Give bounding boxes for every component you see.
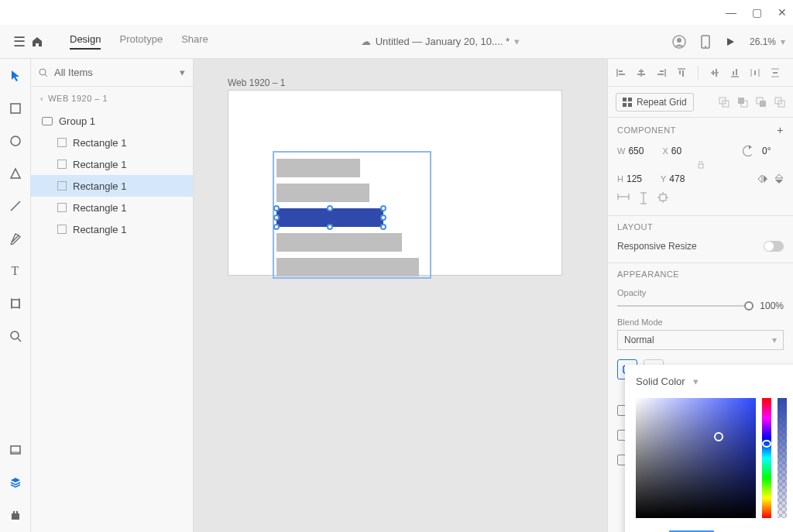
fix-position-icon[interactable] <box>657 192 668 204</box>
exclude-boolean-icon[interactable] <box>774 97 785 108</box>
layer-item[interactable]: Rectangle 1 <box>31 132 193 153</box>
home-button[interactable] <box>31 36 54 47</box>
resize-handle[interactable] <box>380 215 386 221</box>
svg-rect-44 <box>628 98 632 101</box>
flip-horizontal-icon[interactable] <box>757 174 768 184</box>
line-tool[interactable] <box>6 197 25 215</box>
align-left-icon[interactable] <box>616 67 627 78</box>
flip-vertical-icon[interactable] <box>774 173 784 184</box>
hue-slider[interactable] <box>762 398 771 518</box>
rectangle-tool[interactable] <box>6 99 25 118</box>
lock-aspect-button[interactable] <box>608 160 793 170</box>
canvas-rectangle[interactable] <box>276 258 419 276</box>
subtract-boolean-icon[interactable] <box>737 97 748 108</box>
blend-mode-select[interactable]: Normal ▾ <box>617 330 784 350</box>
tab-prototype[interactable]: Prototype <box>119 33 163 50</box>
layer-item[interactable]: Rectangle 1 <box>31 153 193 175</box>
layer-group[interactable]: Group 1 <box>31 110 193 132</box>
chevron-down-icon: ▾ <box>772 335 777 345</box>
resize-handle[interactable] <box>327 224 333 230</box>
resize-handle[interactable] <box>380 224 386 230</box>
alpha-slider[interactable] <box>778 398 787 518</box>
tab-share[interactable]: Share <box>181 33 208 50</box>
window-minimize-button[interactable]: — <box>726 6 736 19</box>
resize-handle[interactable] <box>380 205 386 211</box>
rectangle-icon <box>57 203 67 212</box>
canvas-rectangle[interactable] <box>276 159 360 177</box>
align-center-h-icon[interactable] <box>636 67 647 78</box>
play-preview-button[interactable] <box>725 36 736 47</box>
device-preview-icon[interactable] <box>700 35 711 49</box>
resize-handle[interactable] <box>273 224 280 230</box>
layer-label: Rectangle 1 <box>73 224 126 235</box>
document-title[interactable]: ☁ Untitled — January 20, 10.... * ▾ <box>208 36 672 47</box>
window-close-button[interactable]: ✕ <box>778 6 787 19</box>
svg-rect-27 <box>657 74 664 75</box>
add-component-button[interactable]: + <box>777 124 784 136</box>
polygon-tool[interactable] <box>6 164 25 183</box>
ellipse-tool[interactable] <box>6 132 25 150</box>
layout-section-header: LAYOUT <box>608 216 793 238</box>
opacity-value[interactable]: 100% <box>760 300 784 311</box>
zoom-tool[interactable] <box>6 327 25 345</box>
artboard[interactable] <box>228 90 562 276</box>
svg-rect-21 <box>619 74 625 75</box>
zoom-control[interactable]: 26.1% ▾ <box>750 36 785 47</box>
artboard-tool[interactable] <box>6 294 25 313</box>
user-avatar-icon[interactable] <box>672 35 686 49</box>
svg-point-10 <box>11 331 19 339</box>
layer-item[interactable]: Rectangle 1 <box>31 197 193 218</box>
distribute-v-icon[interactable] <box>770 67 781 78</box>
rectangle-icon <box>57 225 67 234</box>
repeat-grid-button[interactable]: Repeat Grid <box>616 93 694 112</box>
plugins-panel-button[interactable] <box>6 506 25 524</box>
distribute-h-icon[interactable] <box>750 67 760 78</box>
color-field-cursor[interactable] <box>714 432 723 441</box>
height-field[interactable]: H125 <box>617 173 648 184</box>
color-field[interactable] <box>636 398 756 518</box>
hue-slider-handle[interactable] <box>762 440 771 448</box>
intersect-boolean-icon[interactable] <box>756 97 767 108</box>
fix-height-icon[interactable] <box>639 192 648 204</box>
opacity-slider[interactable] <box>617 305 754 307</box>
layer-item[interactable]: Rectangle 1 <box>31 175 193 197</box>
transform-row-1: W650 X60 0° <box>608 142 793 160</box>
y-field[interactable]: Y478 <box>661 173 691 184</box>
fix-width-icon[interactable] <box>617 192 630 204</box>
canvas[interactable]: Web 1920 – 1 Solid Color ▾ <box>194 59 607 532</box>
canvas-rectangle[interactable] <box>276 233 402 252</box>
align-middle-icon[interactable] <box>709 67 720 78</box>
layer-item[interactable]: Rectangle 1 <box>31 218 193 240</box>
align-right-icon[interactable] <box>656 67 667 78</box>
color-mode-dropdown[interactable]: Solid Color ▾ <box>636 376 793 387</box>
blend-mode-value: Normal <box>624 335 654 345</box>
artboard-label[interactable]: Web 1920 – 1 <box>228 77 286 88</box>
opacity-slider-handle[interactable] <box>744 301 754 311</box>
responsive-resize-row: Responsive Resize <box>608 238 793 255</box>
svg-rect-33 <box>716 69 717 77</box>
resize-handle[interactable] <box>273 205 280 211</box>
breadcrumb-label: WEB 1920 – 1 <box>48 94 108 103</box>
width-field[interactable]: W650 <box>617 146 650 156</box>
layers-filter[interactable]: All Items ▾ <box>31 59 193 87</box>
responsive-resize-toggle[interactable] <box>764 241 784 252</box>
resize-handle[interactable] <box>273 215 280 221</box>
text-tool[interactable]: T <box>6 262 25 280</box>
align-bottom-icon[interactable] <box>729 67 740 78</box>
pen-tool[interactable] <box>6 229 25 248</box>
alignment-controls <box>608 59 793 87</box>
layers-panel-button[interactable] <box>6 473 25 492</box>
resize-handle[interactable] <box>327 205 333 211</box>
tab-design[interactable]: Design <box>70 33 101 50</box>
x-field[interactable]: X60 <box>662 146 692 156</box>
hamburger-menu-button[interactable]: ☰ <box>8 33 31 50</box>
select-tool[interactable] <box>6 67 25 85</box>
libraries-panel-button[interactable] <box>6 441 25 459</box>
breadcrumb[interactable]: ‹ WEB 1920 – 1 <box>31 87 193 110</box>
add-boolean-icon[interactable] <box>719 97 729 108</box>
canvas-rectangle[interactable] <box>276 184 369 202</box>
window-maximize-button[interactable]: ▢ <box>752 6 762 19</box>
rotation-field[interactable]: 0° <box>743 146 784 156</box>
align-top-icon[interactable] <box>676 67 687 78</box>
cloud-icon: ☁ <box>361 36 371 47</box>
